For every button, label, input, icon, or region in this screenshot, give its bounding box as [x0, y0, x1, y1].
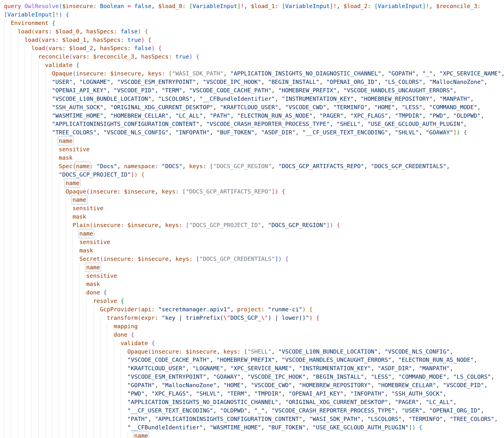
code-token [52, 28, 55, 35]
indent-whitespace [4, 188, 66, 195]
code-line[interactable]: Opaque(insecure: $insecure, keys: ["WASI… [0, 69, 504, 78]
code-token [117, 297, 121, 304]
code-line[interactable]: done { [0, 288, 504, 297]
code-token: mask [79, 247, 93, 254]
code-line[interactable]: "PWD", "XPC_FLAGS", "SHLVL", "TERM", "TM… [0, 390, 504, 398]
word-highlight-name: name [75, 162, 90, 171]
code-token: ! [241, 3, 244, 10]
code-line[interactable]: "TREE_COLORS", "VSCODE_NLS_CONFIG", "INF… [0, 128, 504, 137]
code-line[interactable]: "SSH_AUTH_SOCK", "ORIGINAL_XDG_CURRENT_D… [0, 103, 504, 111]
code-token: , [244, 3, 251, 10]
code-token: "OPENAI_API_KEY" [52, 87, 107, 94]
code-line[interactable]: "VSCODE_ESM_ENTRYPOINT", "GOAWAY", "VSCO… [0, 372, 504, 381]
code-line[interactable]: sensitive [0, 272, 504, 280]
code-line[interactable]: [VariableInput]!) { [0, 11, 504, 19]
code-line[interactable]: load(vars: $load_1, hasSpecs: true) { [0, 36, 504, 44]
indent-whitespace [4, 373, 128, 380]
code-token: "VSCODE_IPC_HOOK" [203, 78, 261, 85]
code-token: , [432, 96, 439, 102]
code-token: , [422, 78, 429, 85]
code-token: VariableInput [285, 3, 330, 10]
code-line[interactable]: "__CFBundleIdentifier", "WASMTIME_HOME",… [0, 423, 504, 432]
code-line[interactable]: transform(expr: "key | trimPrefix(\"DOCS… [0, 314, 504, 322]
code-line[interactable]: "KRAFTCLOUD_USER", "LOGNAME", "XPC_SERVI… [0, 364, 504, 372]
code-token: "HOME" [374, 104, 395, 110]
code-token: "SHLVL" [395, 129, 419, 136]
code-line[interactable]: resolve { [0, 297, 504, 305]
code-token: , [330, 120, 337, 127]
indent-whitespace [4, 416, 128, 422]
indent-whitespace [4, 264, 86, 271]
code-token: hasSpecs [86, 28, 114, 35]
code-token: , [302, 416, 309, 422]
code-line[interactable]: sensitive [0, 204, 504, 212]
code-line[interactable]: "WASMTIME_HOME", "HOMEBREW_CELLAR", "LC_… [0, 111, 504, 120]
code-line[interactable]: Environment { [0, 19, 504, 27]
indent-whitespace [4, 348, 128, 355]
indent-whitespace [4, 407, 128, 414]
code-line[interactable]: "DOCS_GCP_PROJECT_ID"]) { [0, 171, 504, 179]
code-token: ) [189, 53, 193, 60]
code-line[interactable]: reconcile(vars: $reconcile_3, hasSpecs: … [0, 53, 504, 61]
code-token: : [131, 255, 134, 262]
code-token: "TERM" [227, 390, 248, 397]
code-token: [ [196, 255, 199, 262]
code-token: ) | lower()" [268, 315, 309, 321]
code-line[interactable]: name [0, 179, 504, 187]
code-token: , [319, 78, 326, 85]
indent-whitespace [4, 424, 128, 431]
code-line[interactable]: load(vars: $load_2, hasSpecs: false) { [0, 44, 504, 53]
code-line[interactable]: Opaque(insecure: $insecure, keys: ["DOCS… [0, 187, 504, 196]
code-token: , [343, 112, 351, 119]
code-token: "BUF_TOKEN" [217, 129, 254, 136]
code-line[interactable]: validate { [0, 339, 504, 348]
code-line[interactable]: sensitive [0, 145, 504, 153]
code-token: "LOGNAME" [193, 365, 223, 372]
code-token: , [501, 70, 504, 77]
code-line[interactable]: name [0, 196, 504, 204]
code-line[interactable]: "OPENAI_API_KEY", "VSCODE_PID", "TERM", … [0, 86, 504, 95]
code-token: "LS_COLORS" [453, 373, 491, 380]
code-line[interactable]: name [0, 263, 504, 272]
code-token [148, 340, 151, 347]
code-line[interactable]: name [0, 230, 504, 238]
code-line[interactable]: Opaque(insecure: $insecure, keys: ["SHEL… [0, 348, 504, 356]
code-line[interactable]: "__CF_USER_TEXT_ENCODING", "OLDPWD", "_"… [0, 406, 504, 415]
code-line[interactable]: "PATH", "APPLICATIONINSIGHTS_CONFIGURATI… [0, 415, 504, 423]
code-line[interactable]: mask [0, 212, 504, 221]
code-line[interactable]: mask [0, 246, 504, 255]
code-token [138, 171, 141, 178]
code-line[interactable]: "GOPATH", "MallocNanoZone", "HOME", "VSC… [0, 381, 504, 390]
code-line[interactable]: "APPLICATIONINSIGHTS_CONFIGURATION_CONTE… [0, 120, 504, 128]
code-token: VariableInput [7, 11, 52, 18]
indent-whitespace [4, 96, 52, 102]
code-token: ( [45, 45, 48, 52]
code-line[interactable]: done { [0, 330, 504, 339]
code-token: , [230, 306, 237, 313]
code-line[interactable]: sensitive [0, 238, 504, 246]
code-line[interactable]: validate { [0, 61, 504, 69]
code-line[interactable]: name [0, 137, 504, 145]
code-line[interactable]: mask [0, 153, 504, 162]
code-line[interactable]: load(vars: $load_0, hasSpecs: false) { [0, 27, 504, 36]
code-line[interactable]: Spec(name: "Docs", namespace: "DOCS", ke… [0, 162, 504, 171]
code-line[interactable]: mask [0, 280, 504, 288]
code-token [182, 348, 186, 355]
code-line[interactable]: GcpProvider(api: "secretmanager.apiv1", … [0, 305, 504, 314]
code-token: , [272, 87, 278, 94]
code-line[interactable]: Secret(insecure: $insecure, keys: ["DOCS… [0, 255, 504, 263]
code-line[interactable]: mapping [0, 322, 504, 330]
code-token: "VSCODE_CODE_CACHE_PATH" [128, 357, 210, 363]
code-editor[interactable]: query OwlResolve($insecure: Boolean = fa… [0, 0, 504, 438]
code-token: , [241, 373, 248, 380]
code-line[interactable]: "APPLICATION_INSIGHTS_NO_DIAGNOSTIC_CHAN… [0, 398, 504, 406]
code-token: "APPLICATIONINSIGHTS_CONFIGURATION_CONTE… [155, 416, 302, 422]
code-line[interactable]: "VSCODE_L10N_BUNDLE_LOCATION", "LSCOLORS… [0, 95, 504, 103]
code-token: "XPC_SERVICE_NAME" [439, 70, 501, 77]
code-line[interactable]: name [0, 431, 504, 438]
code-token: "TREE_COLORS" [450, 416, 494, 422]
code-line[interactable]: "VSCODE_CODE_CACHE_PATH", "HOMEBREW_PREF… [0, 356, 504, 364]
code-line[interactable]: Plain(insecure: $insecure, keys: ["DOCS_… [0, 221, 504, 230]
code-line[interactable]: query OwlResolve($insecure: Boolean = fa… [0, 2, 504, 11]
code-line[interactable]: "USER", "LOGNAME", "VSCODE_ESM_ENTRYPOIN… [0, 78, 504, 86]
